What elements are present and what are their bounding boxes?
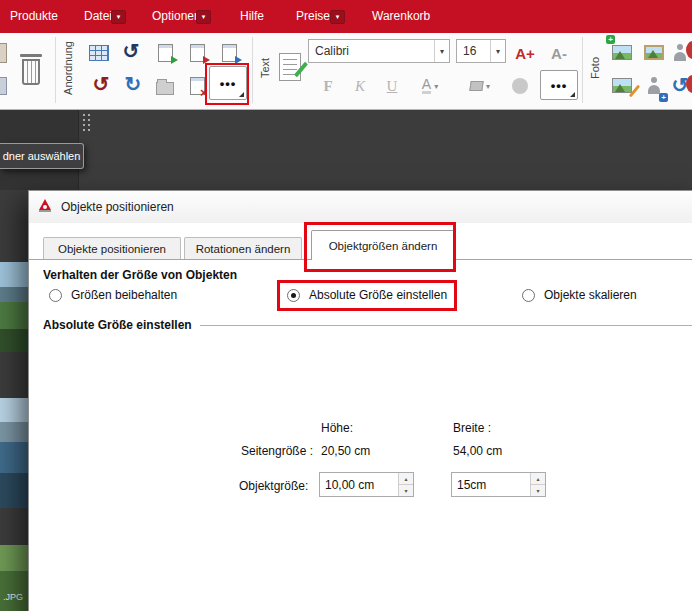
no-color-button[interactable] [506, 71, 534, 101]
font-family-select[interactable]: Calibri ▾ [308, 39, 450, 63]
menu-optionen-chevron[interactable]: ▾ [196, 10, 211, 24]
menu-preise-chevron[interactable]: ▾ [330, 10, 345, 24]
delete-button[interactable] [12, 41, 50, 95]
toolbar-separator [252, 37, 253, 103]
seitengroesse-label: Seitengröße : [241, 444, 313, 458]
undo-alt-button[interactable]: ↺ [86, 69, 116, 99]
document-icon [222, 44, 237, 62]
radio-label: Objekte skalieren [544, 288, 637, 302]
italic-button[interactable]: K [348, 71, 372, 101]
chevron-down-icon: ▾ [202, 13, 206, 21]
group-label-text: Text [254, 33, 276, 103]
radio-label: Absolute Größe einstellen [309, 288, 447, 302]
person-icon [646, 77, 662, 94]
menubar: Produkte Datei ▾ Optionen ▾ Hilfe Preise… [0, 0, 692, 33]
objektgroesse-breite-input[interactable] [452, 473, 530, 496]
add-person-button[interactable]: + [640, 70, 668, 100]
plus-badge-icon: + [606, 35, 615, 44]
circle-icon [512, 78, 528, 94]
ellipsis-icon: ••• [551, 78, 568, 93]
group-label-anordnung: Anordnung [57, 33, 79, 103]
column-label-breite: Breite : [453, 421, 491, 435]
font-size-select[interactable]: 16 ▾ [456, 39, 506, 63]
tab-rotationen-aendern[interactable]: Rotationen ändern [184, 237, 302, 259]
increase-font-button[interactable]: A+ [510, 38, 540, 68]
menu-datei[interactable]: Datei [84, 0, 112, 33]
radio-circle-icon [522, 289, 535, 302]
corner-triangle-icon [239, 92, 244, 97]
folder-select-button[interactable]: dner auswählen [0, 143, 84, 169]
document-icon: × [190, 77, 205, 95]
radio-label: Größen beibehalten [71, 288, 177, 302]
folder-page-button[interactable] [152, 73, 178, 103]
font-color-button[interactable]: A▾ [408, 71, 452, 101]
dialog-objekte-positionieren: Objekte positionieren Objekte positionie… [28, 190, 692, 611]
trash-icon [20, 51, 42, 85]
tab-objekte-positionieren[interactable]: Objekte positionieren [43, 237, 181, 259]
font-family-value: Calibri [309, 44, 434, 58]
arrow-badge-icon [235, 56, 242, 64]
app-icon [37, 197, 53, 217]
paint-bucket-icon [469, 81, 483, 91]
more-text-options-button[interactable]: ••• [540, 70, 578, 100]
pencil-icon [294, 62, 308, 78]
objektgroesse-hoehe-input[interactable] [320, 473, 398, 496]
more-options-button[interactable]: ••• [209, 66, 247, 100]
ellipsis-icon: ••• [220, 76, 237, 91]
tab-objektgroessen-aendern[interactable]: Objektgrößen ändern [311, 230, 455, 260]
section-title: Absolute Größe einstellen [43, 318, 192, 332]
spin-up-button[interactable]: ▴ [531, 473, 545, 485]
radio-objekte-skalieren[interactable]: Objekte skalieren [522, 288, 637, 302]
dialog-titlebar[interactable]: Objekte positionieren [29, 191, 692, 223]
paste-page-button[interactable] [182, 38, 212, 68]
menu-warenkorb[interactable]: Warenkorb [372, 0, 430, 33]
arrow-badge-icon [203, 56, 210, 64]
objektgroesse-breite-spinner: ▴ ▾ [451, 472, 546, 497]
delete-page-button[interactable]: × [182, 71, 212, 101]
menu-produkte[interactable]: Produkte [10, 0, 58, 33]
font-size-value: 16 [457, 44, 490, 58]
section-header: Absolute Größe einstellen [43, 318, 692, 332]
grid-button[interactable] [84, 38, 114, 68]
objektgroesse-hoehe-spinner: ▴ ▾ [319, 472, 414, 497]
bold-button[interactable]: F [316, 71, 340, 101]
seitengroesse-hoehe-value: 20,50 cm [321, 444, 370, 458]
group-label-foto: Foto [584, 33, 606, 103]
menu-optionen[interactable]: Optionen [152, 0, 201, 33]
clipped-left-button-top[interactable] [0, 38, 8, 68]
seitengroesse-breite-value: 54,00 cm [453, 444, 502, 458]
spin-up-button[interactable]: ▴ [399, 473, 413, 485]
menu-datei-chevron[interactable]: ▾ [111, 10, 126, 24]
spin-down-button[interactable]: ▾ [531, 485, 545, 496]
arrow-badge-icon [171, 56, 178, 64]
column-label-hoehe: Höhe: [321, 421, 353, 435]
toolbar: Anordnung ↺ ↺ ↻ × ••• Text Calibri ▾ 16 … [0, 33, 692, 110]
edit-text-button[interactable] [274, 45, 306, 89]
radio-groessen-beibehalten[interactable]: Größen beibehalten [49, 288, 177, 302]
underline-button[interactable]: U [380, 71, 404, 101]
save-page-button[interactable] [212, 38, 246, 68]
photo-frame-button[interactable] [640, 37, 668, 67]
clipped-left-button-bottom[interactable] [0, 71, 8, 101]
radio-circle-icon [287, 289, 300, 302]
drag-handle-dots[interactable] [83, 114, 90, 131]
undo-icon: ↺ [93, 74, 110, 94]
clipboard-icon [0, 77, 7, 95]
spin-down-button[interactable]: ▾ [399, 485, 413, 496]
undo-icon: ↺ [123, 41, 140, 61]
photo-icon [612, 78, 632, 93]
menu-preise[interactable]: Preise [296, 0, 330, 33]
group-title: Verhalten der Größe von Objekten [43, 268, 237, 282]
highlight-color-button[interactable]: ▾ [458, 71, 502, 101]
document-icon [190, 44, 205, 62]
edit-photo-button[interactable] [606, 70, 638, 100]
copy-page-button[interactable] [150, 38, 180, 68]
undo-button[interactable]: ↺ [116, 36, 146, 66]
decrease-font-button[interactable]: A- [544, 38, 574, 68]
redo-button[interactable]: ↻ [118, 69, 148, 99]
photo-icon [612, 45, 632, 60]
clipboard-icon [0, 43, 7, 63]
radio-absolute-groesse[interactable]: Absolute Größe einstellen [287, 288, 447, 302]
menu-hilfe[interactable]: Hilfe [240, 0, 264, 33]
add-photo-button[interactable]: + [606, 37, 638, 67]
